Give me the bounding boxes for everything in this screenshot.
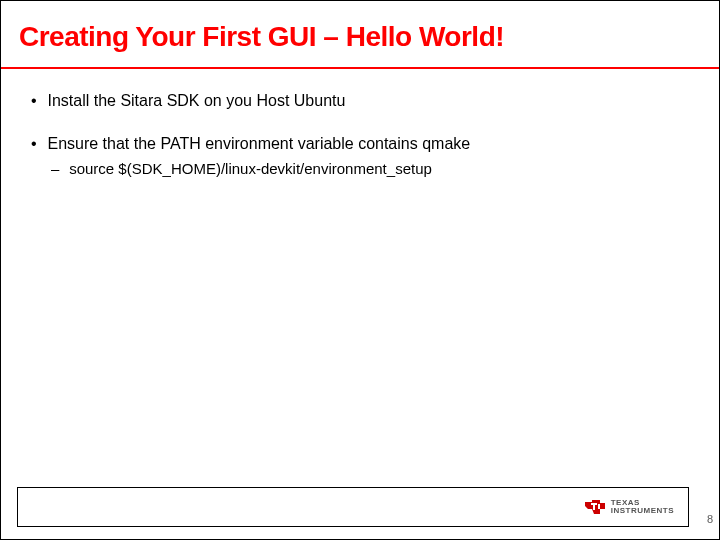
sub-bullet-marker: – — [51, 159, 65, 179]
ti-text-line2: INSTRUMENTS — [611, 507, 674, 515]
slide-title: Creating Your First GUI – Hello World! — [1, 1, 719, 61]
bullet-1: • Install the Sitara SDK on you Host Ubu… — [31, 91, 689, 112]
svg-rect-1 — [591, 503, 597, 505]
slide: Creating Your First GUI – Hello World! •… — [0, 0, 720, 540]
slide-body: • Install the Sitara SDK on you Host Ubu… — [1, 69, 719, 178]
bullet-marker: • — [31, 91, 43, 112]
bullet-2-text: Ensure that the PATH environment variabl… — [47, 135, 470, 152]
page-number: 8 — [707, 513, 713, 525]
footer-bar: TEXAS INSTRUMENTS — [17, 487, 689, 527]
ti-chip-icon — [585, 500, 605, 514]
sub-bullet-1-text: source $(SDK_HOME)/linux-devkit/environm… — [69, 160, 432, 177]
bullet-1-text: Install the Sitara SDK on you Host Ubunt… — [47, 92, 345, 109]
ti-logo-text: TEXAS INSTRUMENTS — [611, 499, 674, 515]
ti-logo: TEXAS INSTRUMENTS — [585, 499, 674, 515]
sub-bullet-1: – source $(SDK_HOME)/linux-devkit/enviro… — [51, 159, 689, 179]
svg-rect-2 — [598, 504, 600, 509]
bullet-marker: • — [31, 134, 43, 155]
bullet-2: • Ensure that the PATH environment varia… — [31, 134, 689, 178]
